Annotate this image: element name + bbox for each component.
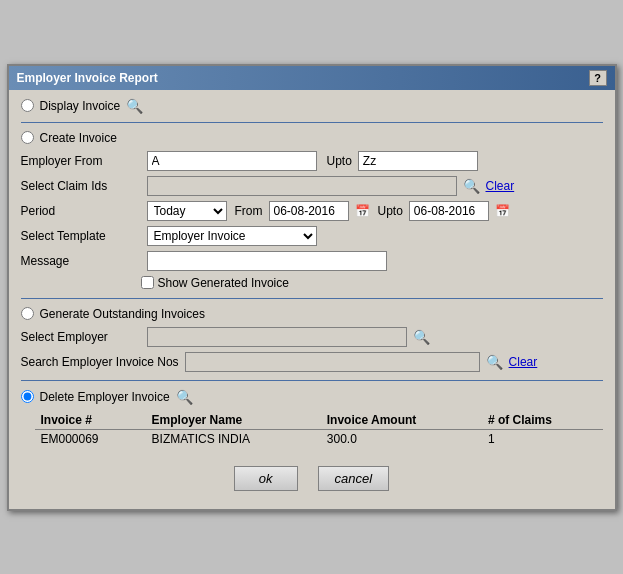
claim-ids-input[interactable] bbox=[147, 176, 457, 196]
col-employer-name: Employer Name bbox=[146, 411, 321, 430]
select-employer-input[interactable] bbox=[147, 327, 407, 347]
employer-invoice-nos-clear-link[interactable]: Clear bbox=[509, 355, 538, 369]
period-upto-label: Upto bbox=[378, 204, 403, 218]
claim-ids-search-icon[interactable]: 🔍 bbox=[463, 178, 480, 194]
create-invoice-radio[interactable] bbox=[21, 131, 34, 144]
button-bar: ok cancel bbox=[21, 456, 603, 497]
create-invoice-header: Create Invoice bbox=[21, 131, 603, 145]
select-claim-ids-row: Select Claim Ids 🔍 Clear bbox=[21, 176, 603, 196]
help-button[interactable]: ? bbox=[589, 70, 607, 86]
delete-employer-invoice-header: Delete Employer Invoice 🔍 bbox=[21, 389, 603, 405]
num-claims-cell: 1 bbox=[482, 429, 603, 448]
employer-from-input[interactable] bbox=[147, 151, 317, 171]
table-row: EM000069 BIZMATICS INDIA 300.0 1 bbox=[35, 429, 603, 448]
search-employer-invoice-nos-label: Search Employer Invoice Nos bbox=[21, 355, 179, 369]
message-input[interactable] bbox=[147, 251, 387, 271]
period-calendar-icon-1[interactable]: 📅 bbox=[355, 204, 370, 218]
select-employer-row: Select Employer 🔍 bbox=[21, 327, 603, 347]
dialog-body: Display Invoice 🔍 Create Invoice Employe… bbox=[9, 90, 615, 509]
display-invoice-header: Display Invoice 🔍 bbox=[21, 98, 603, 114]
message-row: Message bbox=[21, 251, 603, 271]
period-from-input[interactable] bbox=[269, 201, 349, 221]
display-invoice-radio[interactable] bbox=[21, 99, 34, 112]
period-row: Period Today This Week This Month Custom… bbox=[21, 201, 603, 221]
display-invoice-section: Display Invoice 🔍 bbox=[21, 98, 603, 114]
invoice-table-head: Invoice # Employer Name Invoice Amount #… bbox=[35, 411, 603, 430]
col-invoice-amount: Invoice Amount bbox=[321, 411, 482, 430]
invoice-table: Invoice # Employer Name Invoice Amount #… bbox=[35, 411, 603, 448]
select-employer-search-icon[interactable]: 🔍 bbox=[413, 329, 430, 345]
employer-invoice-nos-search-icon[interactable]: 🔍 bbox=[486, 354, 503, 370]
invoice-table-section: Invoice # Employer Name Invoice Amount #… bbox=[35, 411, 603, 448]
show-generated-checkbox[interactable] bbox=[141, 276, 154, 289]
display-invoice-search-icon[interactable]: 🔍 bbox=[126, 98, 143, 114]
invoice-num-cell: EM000069 bbox=[35, 429, 146, 448]
search-employer-invoice-nos-row: Search Employer Invoice Nos 🔍 Clear bbox=[21, 352, 603, 372]
period-upto-input[interactable] bbox=[409, 201, 489, 221]
ok-button[interactable]: ok bbox=[234, 466, 298, 491]
col-num-claims: # of Claims bbox=[482, 411, 603, 430]
divider-3 bbox=[21, 380, 603, 381]
title-bar: Employer Invoice Report ? bbox=[9, 66, 615, 90]
select-employer-label: Select Employer bbox=[21, 330, 141, 344]
generate-outstanding-section: Generate Outstanding Invoices Select Emp… bbox=[21, 307, 603, 372]
col-invoice-num: Invoice # bbox=[35, 411, 146, 430]
select-claim-ids-label: Select Claim Ids bbox=[21, 179, 141, 193]
claim-ids-clear-link[interactable]: Clear bbox=[486, 179, 515, 193]
create-invoice-label: Create Invoice bbox=[40, 131, 117, 145]
invoice-amount-cell: 300.0 bbox=[321, 429, 482, 448]
dialog-title: Employer Invoice Report bbox=[17, 71, 158, 85]
invoice-table-body: EM000069 BIZMATICS INDIA 300.0 1 bbox=[35, 429, 603, 448]
divider-1 bbox=[21, 122, 603, 123]
period-label: Period bbox=[21, 204, 141, 218]
display-invoice-label: Display Invoice bbox=[40, 99, 121, 113]
employer-name-cell: BIZMATICS INDIA bbox=[146, 429, 321, 448]
invoice-table-header-row: Invoice # Employer Name Invoice Amount #… bbox=[35, 411, 603, 430]
delete-employer-invoice-radio[interactable] bbox=[21, 390, 34, 403]
template-select[interactable]: Employer Invoice bbox=[147, 226, 317, 246]
from-label: From bbox=[235, 204, 263, 218]
create-invoice-section: Create Invoice Employer From Upto Select… bbox=[21, 131, 603, 290]
show-generated-label: Show Generated Invoice bbox=[158, 276, 289, 290]
employer-from-label: Employer From bbox=[21, 154, 141, 168]
generate-outstanding-radio[interactable] bbox=[21, 307, 34, 320]
show-generated-row: Show Generated Invoice bbox=[141, 276, 603, 290]
employer-invoice-nos-input[interactable] bbox=[185, 352, 480, 372]
generate-outstanding-label: Generate Outstanding Invoices bbox=[40, 307, 205, 321]
employer-from-row: Employer From Upto bbox=[21, 151, 603, 171]
period-calendar-icon-2[interactable]: 📅 bbox=[495, 204, 510, 218]
employer-invoice-report-dialog: Employer Invoice Report ? Display Invoic… bbox=[7, 64, 617, 511]
select-template-label: Select Template bbox=[21, 229, 141, 243]
delete-employer-invoice-search-icon[interactable]: 🔍 bbox=[176, 389, 193, 405]
generate-outstanding-header: Generate Outstanding Invoices bbox=[21, 307, 603, 321]
delete-employer-invoice-label: Delete Employer Invoice bbox=[40, 390, 170, 404]
cancel-button[interactable]: cancel bbox=[318, 466, 390, 491]
upto-input[interactable] bbox=[358, 151, 478, 171]
select-template-row: Select Template Employer Invoice bbox=[21, 226, 603, 246]
delete-employer-invoice-section: Delete Employer Invoice 🔍 Invoice # Empl… bbox=[21, 389, 603, 448]
upto-label: Upto bbox=[327, 154, 352, 168]
divider-2 bbox=[21, 298, 603, 299]
message-label: Message bbox=[21, 254, 141, 268]
period-select[interactable]: Today This Week This Month Custom bbox=[147, 201, 227, 221]
